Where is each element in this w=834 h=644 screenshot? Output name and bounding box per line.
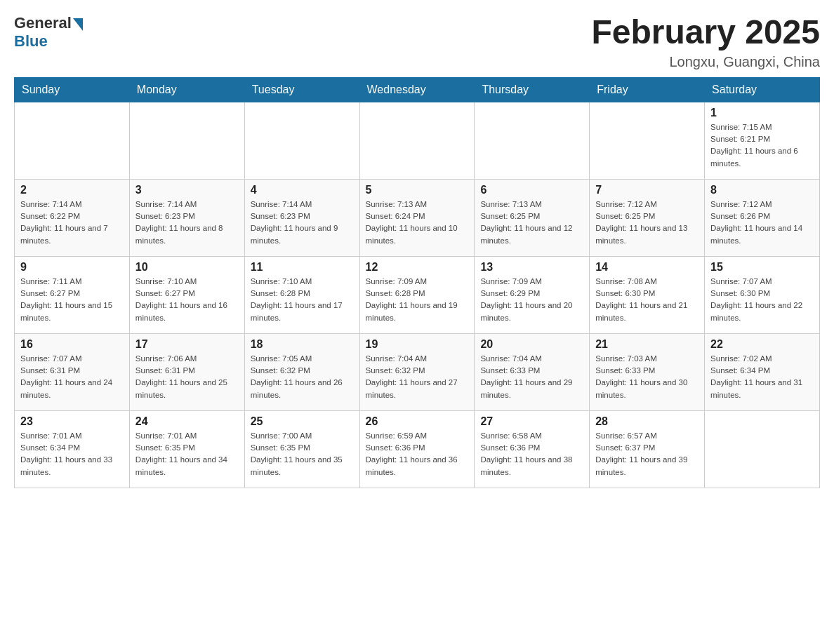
calendar-cell: 19Sunrise: 7:04 AMSunset: 6:32 PMDayligh… [359, 333, 475, 410]
calendar-cell: 10Sunrise: 7:10 AMSunset: 6:27 PMDayligh… [129, 256, 244, 333]
day-info: Sunrise: 7:09 AMSunset: 6:29 PMDaylight:… [480, 276, 583, 324]
day-info: Sunrise: 7:13 AMSunset: 6:24 PMDaylight:… [366, 199, 469, 247]
calendar-cell [590, 102, 705, 179]
calendar-cell: 3Sunrise: 7:14 AMSunset: 6:23 PMDaylight… [129, 179, 244, 256]
calendar-row-4: 23Sunrise: 7:01 AMSunset: 6:34 PMDayligh… [15, 410, 820, 488]
calendar-cell: 28Sunrise: 6:57 AMSunset: 6:37 PMDayligh… [590, 410, 705, 488]
calendar-cell: 1Sunrise: 7:15 AMSunset: 6:21 PMDaylight… [705, 102, 820, 179]
subtitle: Longxu, Guangxi, China [591, 54, 820, 70]
header-sunday: Sunday [15, 77, 130, 102]
calendar-cell: 12Sunrise: 7:09 AMSunset: 6:28 PMDayligh… [359, 256, 475, 333]
calendar-cell [129, 102, 244, 179]
day-info: Sunrise: 7:09 AMSunset: 6:28 PMDaylight:… [366, 276, 469, 324]
day-number: 21 [595, 338, 699, 351]
calendar-cell: 20Sunrise: 7:04 AMSunset: 6:33 PMDayligh… [475, 333, 590, 410]
day-info: Sunrise: 7:01 AMSunset: 6:35 PMDaylight:… [135, 430, 239, 478]
logo-general-text: General [14, 14, 72, 32]
calendar-cell: 22Sunrise: 7:02 AMSunset: 6:34 PMDayligh… [705, 333, 820, 410]
day-number: 28 [595, 415, 699, 428]
day-info: Sunrise: 7:06 AMSunset: 6:31 PMDaylight:… [135, 353, 239, 401]
page-title: February 2025 [591, 14, 820, 51]
header-friday: Friday [590, 77, 705, 102]
calendar-cell: 21Sunrise: 7:03 AMSunset: 6:33 PMDayligh… [590, 333, 705, 410]
logo: General Blue [14, 14, 83, 51]
day-info: Sunrise: 7:01 AMSunset: 6:34 PMDaylight:… [20, 430, 124, 478]
calendar-cell: 11Sunrise: 7:10 AMSunset: 6:28 PMDayligh… [244, 256, 359, 333]
header-monday: Monday [129, 77, 244, 102]
logo-arrow-icon [73, 18, 83, 31]
day-number: 5 [366, 184, 469, 196]
day-info: Sunrise: 7:10 AMSunset: 6:27 PMDaylight:… [135, 276, 239, 324]
calendar-table: Sunday Monday Tuesday Wednesday Thursday… [14, 77, 820, 488]
day-info: Sunrise: 6:59 AMSunset: 6:36 PMDaylight:… [366, 430, 469, 478]
day-info: Sunrise: 7:13 AMSunset: 6:25 PMDaylight:… [480, 199, 583, 247]
calendar-cell: 18Sunrise: 7:05 AMSunset: 6:32 PMDayligh… [244, 333, 359, 410]
page-header: General Blue February 2025 Longxu, Guang… [14, 14, 820, 70]
day-number: 14 [595, 261, 699, 274]
day-info: Sunrise: 7:07 AMSunset: 6:31 PMDaylight:… [20, 353, 124, 401]
day-info: Sunrise: 7:05 AMSunset: 6:32 PMDaylight:… [251, 353, 354, 401]
day-number: 13 [480, 261, 583, 274]
calendar-cell: 26Sunrise: 6:59 AMSunset: 6:36 PMDayligh… [359, 410, 475, 488]
day-number: 9 [20, 261, 124, 274]
calendar-cell [359, 102, 475, 179]
day-number: 10 [135, 261, 239, 274]
day-info: Sunrise: 7:11 AMSunset: 6:27 PMDaylight:… [20, 276, 124, 324]
day-info: Sunrise: 7:04 AMSunset: 6:33 PMDaylight:… [480, 353, 583, 401]
calendar-cell [475, 102, 590, 179]
calendar-row-3: 16Sunrise: 7:07 AMSunset: 6:31 PMDayligh… [15, 333, 820, 410]
calendar-cell: 15Sunrise: 7:07 AMSunset: 6:30 PMDayligh… [705, 256, 820, 333]
day-number: 4 [251, 184, 354, 196]
day-info: Sunrise: 7:10 AMSunset: 6:28 PMDaylight:… [251, 276, 354, 324]
day-info: Sunrise: 7:12 AMSunset: 6:26 PMDaylight:… [710, 199, 814, 247]
calendar-cell [244, 102, 359, 179]
calendar-cell: 27Sunrise: 6:58 AMSunset: 6:36 PMDayligh… [475, 410, 590, 488]
day-number: 19 [366, 338, 469, 351]
day-info: Sunrise: 7:14 AMSunset: 6:23 PMDaylight:… [135, 199, 239, 247]
day-info: Sunrise: 7:14 AMSunset: 6:23 PMDaylight:… [251, 199, 354, 247]
calendar-cell: 14Sunrise: 7:08 AMSunset: 6:30 PMDayligh… [590, 256, 705, 333]
day-info: Sunrise: 7:02 AMSunset: 6:34 PMDaylight:… [710, 353, 814, 401]
calendar-cell: 6Sunrise: 7:13 AMSunset: 6:25 PMDaylight… [475, 179, 590, 256]
day-number: 16 [20, 338, 124, 351]
day-info: Sunrise: 7:04 AMSunset: 6:32 PMDaylight:… [366, 353, 469, 401]
day-number: 17 [135, 338, 239, 351]
day-info: Sunrise: 7:08 AMSunset: 6:30 PMDaylight:… [595, 276, 699, 324]
header-saturday: Saturday [705, 77, 820, 102]
calendar-cell: 4Sunrise: 7:14 AMSunset: 6:23 PMDaylight… [244, 179, 359, 256]
day-number: 18 [251, 338, 354, 351]
calendar-cell [15, 102, 130, 179]
header-row: Sunday Monday Tuesday Wednesday Thursday… [15, 77, 820, 102]
day-info: Sunrise: 7:14 AMSunset: 6:22 PMDaylight:… [20, 199, 124, 247]
day-number: 6 [480, 184, 583, 196]
calendar-cell: 25Sunrise: 7:00 AMSunset: 6:35 PMDayligh… [244, 410, 359, 488]
day-info: Sunrise: 7:07 AMSunset: 6:30 PMDaylight:… [710, 276, 814, 324]
calendar-cell: 7Sunrise: 7:12 AMSunset: 6:25 PMDaylight… [590, 179, 705, 256]
day-number: 1 [710, 107, 814, 119]
day-number: 7 [595, 184, 699, 196]
calendar-row-0: 1Sunrise: 7:15 AMSunset: 6:21 PMDaylight… [15, 102, 820, 179]
calendar-cell: 2Sunrise: 7:14 AMSunset: 6:22 PMDaylight… [15, 179, 130, 256]
calendar-cell [705, 410, 820, 488]
calendar-cell: 9Sunrise: 7:11 AMSunset: 6:27 PMDaylight… [15, 256, 130, 333]
day-number: 3 [135, 184, 239, 196]
calendar-cell: 16Sunrise: 7:07 AMSunset: 6:31 PMDayligh… [15, 333, 130, 410]
day-number: 12 [366, 261, 469, 274]
day-number: 20 [480, 338, 583, 351]
day-number: 26 [366, 415, 469, 428]
day-info: Sunrise: 7:15 AMSunset: 6:21 PMDaylight:… [710, 121, 814, 170]
day-number: 2 [20, 184, 124, 196]
day-number: 22 [710, 338, 814, 351]
calendar-row-1: 2Sunrise: 7:14 AMSunset: 6:22 PMDaylight… [15, 179, 820, 256]
calendar-cell: 13Sunrise: 7:09 AMSunset: 6:29 PMDayligh… [475, 256, 590, 333]
day-number: 11 [251, 261, 354, 274]
calendar-cell: 24Sunrise: 7:01 AMSunset: 6:35 PMDayligh… [129, 410, 244, 488]
day-number: 27 [480, 415, 583, 428]
day-info: Sunrise: 7:12 AMSunset: 6:25 PMDaylight:… [595, 199, 699, 247]
calendar-cell: 5Sunrise: 7:13 AMSunset: 6:24 PMDaylight… [359, 179, 475, 256]
day-number: 24 [135, 415, 239, 428]
title-section: February 2025 Longxu, Guangxi, China [591, 14, 820, 70]
logo-blue-text: Blue [14, 32, 48, 51]
header-wednesday: Wednesday [359, 77, 475, 102]
header-thursday: Thursday [475, 77, 590, 102]
